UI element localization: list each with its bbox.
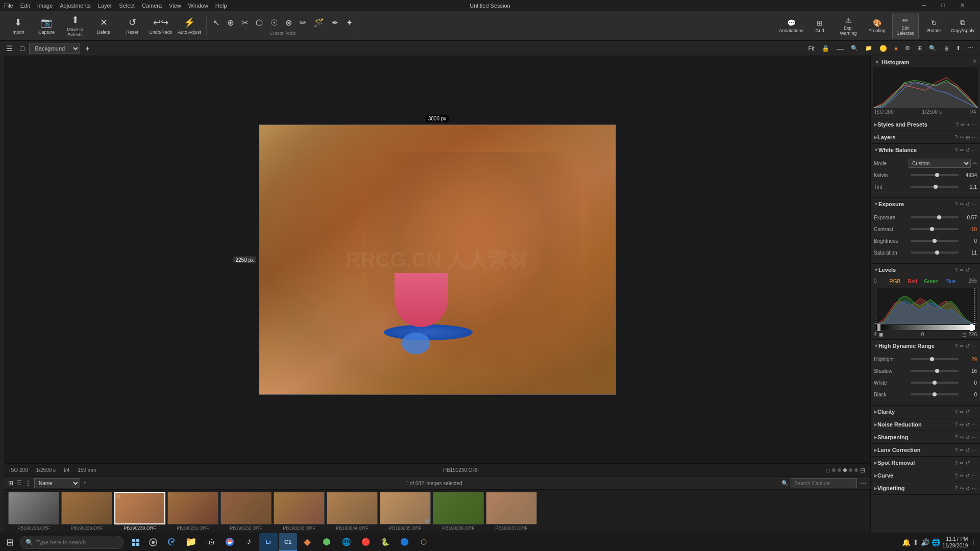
- list-item[interactable]: PB190228.ORF: [8, 492, 59, 531]
- menu-camera[interactable]: Camera: [142, 3, 162, 9]
- thumbnail-image[interactable]: [274, 492, 325, 524]
- list-item[interactable]: PB190237.ORF: [486, 492, 537, 531]
- view-mode-btn[interactable]: □: [18, 43, 26, 54]
- rotate-button[interactable]: ↻ Rotate: [921, 13, 947, 39]
- wb-mode-edit-icon[interactable]: ✏: [973, 161, 977, 166]
- taskbar-store[interactable]: 🛍: [201, 533, 219, 552]
- sharpening-header[interactable]: ▶ Sharpening ? ✏ ↺ ⋯: [871, 431, 980, 443]
- wb-kelvin-thumb[interactable]: [935, 173, 939, 177]
- sharp-more-icon[interactable]: ⋯: [972, 435, 977, 440]
- sort-field-select[interactable]: Name: [34, 478, 80, 488]
- list-item[interactable]: PB190235.ORF: [380, 492, 431, 531]
- more-btn[interactable]: ⋯: [965, 44, 976, 53]
- brightness-thumb[interactable]: [933, 239, 937, 243]
- clarity-reset-icon[interactable]: ↺: [966, 409, 970, 415]
- task-view-button[interactable]: [128, 533, 144, 552]
- search-button[interactable]: 🔍: [848, 44, 861, 53]
- clarity-help-icon[interactable]: ?: [954, 409, 958, 415]
- levels-more-icon[interactable]: ⋯: [972, 267, 977, 273]
- noise-help-icon[interactable]: ?: [954, 422, 958, 428]
- layers-header[interactable]: ▶ Layers ? ✏ ⊞ ⋯: [871, 131, 980, 143]
- highlight-thumb[interactable]: [930, 357, 934, 361]
- edit-selected-button[interactable]: ✏ Edit Selected: [892, 13, 919, 39]
- filmstrip-detail-view[interactable]: ⋮: [25, 480, 31, 487]
- styles-edit-icon[interactable]: ✏: [961, 122, 965, 128]
- curve-reset-icon[interactable]: ↺: [966, 473, 970, 479]
- layers-edit-icon[interactable]: ✏: [960, 135, 964, 140]
- lens-edit-icon[interactable]: ✏: [960, 447, 964, 453]
- cursor-tool-text[interactable]: ✦: [343, 16, 356, 30]
- shadow-thumb[interactable]: [935, 369, 939, 373]
- dot-4[interactable]: [849, 468, 852, 472]
- wb-mode-select[interactable]: Custom: [909, 159, 971, 168]
- lens-more-icon[interactable]: ⋯: [972, 447, 977, 453]
- wb-reset-icon[interactable]: ↺: [966, 147, 970, 153]
- lens-correction-header[interactable]: ▶ Lens Correction ? ✏ ↺ ⋯: [871, 444, 980, 456]
- lens-reset-icon[interactable]: ↺: [966, 447, 970, 453]
- taskbar-app-15[interactable]: ⬡: [414, 533, 433, 552]
- hdr-edit-icon[interactable]: ✏: [960, 343, 964, 349]
- cursor-tool-spot[interactable]: ☉: [267, 16, 281, 30]
- levels-reset-icon[interactable]: ↺: [966, 267, 970, 273]
- cursor-tool-magic[interactable]: 🪄: [311, 16, 327, 30]
- exposure-slider[interactable]: [911, 216, 959, 218]
- move-to-selects-button[interactable]: ⬆ Move to Selects: [61, 13, 89, 39]
- highlight-slider[interactable]: [911, 358, 959, 360]
- panel-toggle-left[interactable]: ☰: [4, 43, 15, 54]
- tray-up-icon[interactable]: ⬆: [913, 538, 919, 546]
- levels-edit-icon[interactable]: ✏: [960, 267, 964, 273]
- taskbar-app-12[interactable]: 🔴: [356, 533, 375, 552]
- noise-edit-icon[interactable]: ✏: [960, 422, 964, 428]
- lens-help-icon[interactable]: ?: [954, 447, 958, 453]
- curve-header[interactable]: ▶ Curve ? ✏ ↺ ⋯: [871, 469, 980, 482]
- hdr-header[interactable]: ▼ High Dynamic Range ? ✏ ↺ ⋯: [871, 340, 980, 352]
- taskbar-app-10[interactable]: ⬢: [317, 533, 336, 552]
- list-item[interactable]: PB190229.ORF: [61, 492, 112, 531]
- wb-edit-icon[interactable]: ✏: [960, 147, 964, 153]
- spot-help-icon[interactable]: ?: [954, 460, 958, 466]
- taskbar-edge[interactable]: [162, 533, 181, 552]
- menu-view[interactable]: View: [169, 3, 181, 9]
- wb-kelvin-slider[interactable]: [911, 174, 959, 176]
- minimize-btn[interactable]: ─: [918, 2, 930, 9]
- styles-add-icon[interactable]: +: [967, 122, 970, 128]
- taskbar-capture-one[interactable]: C1: [279, 533, 297, 552]
- taskbar-app-14[interactable]: 🔵: [395, 533, 413, 552]
- taskbar-app-13[interactable]: 🐍: [376, 533, 394, 552]
- menu-edit[interactable]: Edit: [20, 3, 30, 9]
- taskbar-app-lightroom[interactable]: Lr: [259, 533, 278, 552]
- list-item[interactable]: PB190231.ORF: [167, 492, 218, 531]
- settings-btn[interactable]: ⚙: [902, 44, 913, 53]
- white-thumb[interactable]: [933, 381, 937, 385]
- filmstrip-toggle[interactable]: ⊟: [860, 467, 865, 474]
- list-item[interactable]: PB190236.ORF: [433, 492, 484, 531]
- wb-help-icon[interactable]: ?: [954, 147, 958, 153]
- thumbnail-image[interactable]: [486, 492, 537, 524]
- vignetting-edit-icon[interactable]: ✏: [960, 486, 964, 491]
- proofing-button[interactable]: 🎨 Proofing: [864, 13, 890, 39]
- menu-window[interactable]: Window: [188, 3, 208, 9]
- thumbnail-image[interactable]: [380, 492, 431, 524]
- levels-tab-red[interactable]: Red: [904, 278, 920, 285]
- grid-sec-btn[interactable]: ⊞: [915, 44, 924, 53]
- export-btn[interactable]: ⬆: [953, 44, 963, 53]
- filmstrip-grid-view[interactable]: ⊞: [8, 480, 13, 487]
- sharp-help-icon[interactable]: ?: [954, 435, 958, 440]
- delete-button[interactable]: ✕ Delete: [90, 13, 117, 39]
- levels-header[interactable]: ▼ Levels ? ✏ ↺ ⋯: [871, 264, 980, 276]
- layer-select[interactable]: Background: [29, 43, 80, 54]
- curve-help-icon[interactable]: ?: [954, 473, 958, 479]
- wb-more-icon[interactable]: ⋯: [972, 147, 977, 153]
- vignetting-more-icon[interactable]: ⋯: [972, 486, 977, 491]
- styles-presets-header[interactable]: ▶ Styles and Presets ? ✏ + ⋯: [871, 118, 980, 131]
- levels-tab-green[interactable]: Green: [921, 278, 942, 285]
- cursor-tool-pen[interactable]: ✒: [329, 16, 341, 30]
- filmstrip-list-view[interactable]: ☰: [16, 480, 22, 487]
- exposure-more-icon[interactable]: ⋯: [972, 202, 977, 207]
- search-capture-input[interactable]: [791, 478, 857, 488]
- levels-black-point-icon[interactable]: ◼: [879, 332, 883, 337]
- thumbnail-image[interactable]: [327, 492, 378, 524]
- taskbar-app-9[interactable]: ◆: [298, 533, 316, 552]
- taskbar-app-11[interactable]: 🌐: [337, 533, 355, 552]
- exposure-edit-icon[interactable]: ✏: [960, 202, 964, 207]
